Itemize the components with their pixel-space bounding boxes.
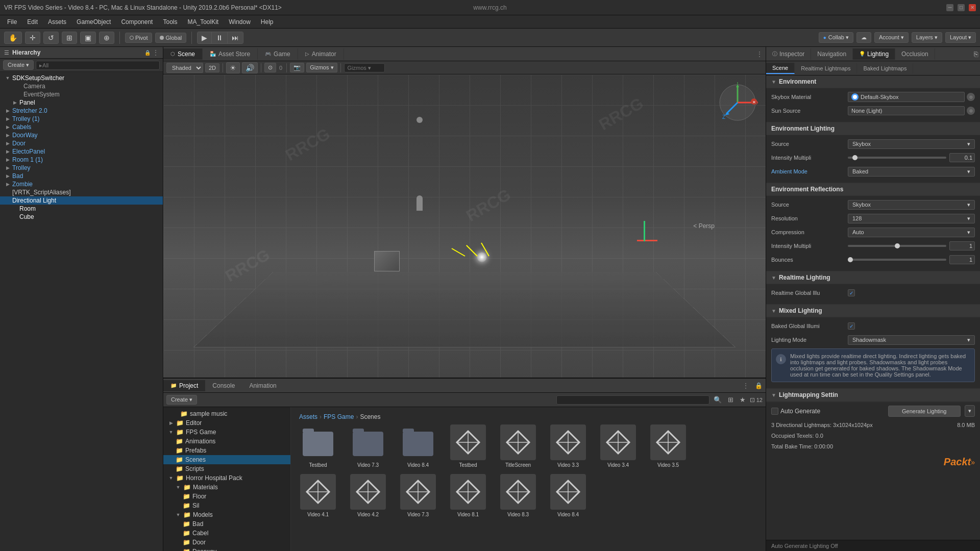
hierarchy-search-input[interactable] (36, 61, 160, 70)
project-tree-item-animations[interactable]: 📁 Animations (163, 437, 290, 446)
env-lighting-section-header[interactable]: Environment Lighting (766, 122, 980, 135)
tab-inspector[interactable]: ⓘ Inspector (766, 48, 811, 60)
refl-bounces-input[interactable] (949, 255, 975, 264)
tree-item-zombie[interactable]: ▶ Zombie (0, 180, 163, 188)
menu-window[interactable]: Window (224, 17, 256, 27)
sun-source-ref[interactable]: None (Light) (848, 106, 965, 115)
skybox-material-ref[interactable]: Default-Skybox (848, 92, 965, 102)
menu-help[interactable]: Help (256, 17, 279, 27)
account-button[interactable]: Account ▾ (874, 32, 909, 43)
refl-intensity-input[interactable] (949, 241, 975, 251)
audio-toggle[interactable]: 🔊 (242, 62, 258, 73)
minimize-button[interactable]: ─ (946, 4, 953, 11)
refl-source-dropdown[interactable]: Skybox ▾ (848, 200, 975, 210)
tree-item-cabels[interactable]: ▶ Cabels (0, 123, 163, 131)
close-button[interactable]: ✕ (969, 4, 976, 11)
tab-animator[interactable]: ▷ Animator (298, 48, 344, 60)
project-tree-item-horror[interactable]: ▼ 📁 Horror Hospital Pack (163, 473, 290, 483)
camera-toggle[interactable]: 📷 (290, 63, 304, 72)
project-tree-item-doorway[interactable]: 📁 Doorway (163, 547, 290, 551)
tree-item-cube[interactable]: Cube (0, 213, 163, 221)
menu-edit[interactable]: Edit (22, 17, 43, 27)
sun-source-select-button[interactable]: ⊙ (967, 107, 975, 115)
project-search-input[interactable] (556, 395, 709, 405)
project-tree-item-materials[interactable]: ▼ 📁 Materials (163, 483, 290, 492)
project-lock-icon[interactable]: 🔒 (752, 382, 766, 389)
project-tree-item-music[interactable]: 📁 sample music (163, 409, 290, 418)
project-tree-item-prefabs[interactable]: 📁 Prefabs (163, 446, 290, 455)
lighting-mode-dropdown[interactable]: Shadowmask ▾ (848, 335, 975, 345)
breadcrumb-fpsgame[interactable]: FPS Game (324, 413, 354, 420)
rotate-tool[interactable]: ↺ (43, 32, 59, 44)
environment-section-header[interactable]: ▼ Environment (766, 76, 980, 88)
asset-video41-scene[interactable]: Video 4.1 (295, 472, 341, 519)
realtime-gi-checkbox[interactable] (848, 289, 855, 296)
scene-search[interactable] (344, 63, 385, 72)
menu-assets[interactable]: Assets (43, 17, 71, 27)
asset-video42-scene[interactable]: Video 4.2 (345, 472, 391, 519)
cloud-button[interactable]: ☁ (856, 32, 871, 43)
asset-video73-folder[interactable]: Video 7.3 (345, 422, 391, 470)
project-tree-item-bad[interactable]: 📁 Bad (163, 519, 290, 529)
intensity-slider[interactable] (848, 157, 946, 159)
hand-tool[interactable]: ✋ (4, 32, 22, 44)
project-sort-button[interactable]: ★ (738, 395, 748, 405)
layers-button[interactable]: Layers ▾ (912, 32, 942, 43)
scene-view[interactable]: Y X Z ✕ < Persp RRCG RRCG (163, 74, 766, 378)
project-tree-item-door[interactable]: 📁 Door (163, 538, 290, 547)
env-source-dropdown[interactable]: Skybox ▾ (848, 139, 975, 149)
tab-project[interactable]: 📁 Project (163, 380, 205, 391)
asset-video35-scene[interactable]: Video 3.5 (645, 422, 691, 470)
tree-item-electopanel[interactable]: ▶ ElectoPanel (0, 147, 163, 156)
layout-button[interactable]: Layout ▾ (945, 32, 976, 43)
lighting-tab-baked[interactable]: Baked Lightmaps (857, 63, 913, 73)
effects-toggle[interactable]: ⊙ (264, 63, 276, 72)
breadcrumb-assets[interactable]: Assets (299, 413, 317, 420)
global-button[interactable]: Global (155, 33, 186, 43)
asset-video83-scene[interactable]: Video 8.3 (495, 472, 541, 519)
project-tree-item-sil[interactable]: 📁 Sil (163, 501, 290, 510)
lighting-tab-realtime[interactable]: Realtime Lightmaps (795, 63, 857, 73)
tree-item-doorway[interactable]: ▶ DoorWay (0, 131, 163, 139)
scene-panel-options[interactable]: ⋮ (753, 51, 766, 58)
refl-resolution-dropdown[interactable]: 128 ▾ (848, 214, 975, 223)
tree-item-eventsystem[interactable]: EventSystem (0, 90, 163, 98)
project-tree-item-scenes[interactable]: 📁 Scenes (163, 455, 290, 464)
asset-video34-scene[interactable]: Video 3.4 (595, 422, 641, 470)
asset-video81-scene[interactable]: Video 8.1 (445, 472, 491, 519)
tree-item-directional-light[interactable]: Directional Light (0, 196, 163, 205)
shading-mode-select[interactable]: Shaded (166, 63, 203, 73)
maximize-button[interactable]: □ (958, 4, 965, 11)
asset-video84-folder[interactable]: Video 8.4 (395, 422, 441, 470)
menu-gameobject[interactable]: GameObject (71, 17, 116, 27)
hierarchy-create-button[interactable]: Create ▾ (3, 60, 34, 70)
menu-component[interactable]: Component (116, 17, 158, 27)
play-button[interactable]: ▶ (198, 32, 212, 43)
realtime-lighting-header[interactable]: ▼ Realtime Lighting (766, 271, 980, 284)
project-tree-item-editor[interactable]: ▶ 📁 Editor (163, 418, 290, 428)
project-tree-item-floor[interactable]: 📁 Floor (163, 492, 290, 501)
asset-testbed-folder[interactable]: Testbed (295, 422, 341, 470)
project-tree-item-scripts[interactable]: 📁 Scripts (163, 464, 290, 473)
project-filter-button[interactable]: ⊞ (726, 395, 736, 405)
collab-button[interactable]: ● Collab ▾ (819, 32, 853, 43)
tree-item-door[interactable]: ▶ Door (0, 139, 163, 147)
tree-item-trolley2[interactable]: ▶ Trolley (0, 164, 163, 172)
gizmos-button[interactable]: Gizmos ▾ (306, 63, 337, 72)
env-reflections-header[interactable]: Environment Reflections (766, 183, 980, 196)
project-tree-item-models[interactable]: ▼ 📁 Models (163, 510, 290, 519)
tab-occlusion[interactable]: Occlusion (895, 48, 935, 60)
project-search-button[interactable]: 🔍 (712, 395, 724, 405)
tab-scene[interactable]: ⬡ Scene (163, 48, 203, 60)
tree-item-vrtk[interactable]: [VRTK_ScriptAliases] (0, 188, 163, 196)
window-controls[interactable]: ─ □ ✕ (946, 4, 976, 11)
tree-item-stretcher[interactable]: ▶ Stretcher 2.0 (0, 107, 163, 115)
project-assets-area[interactable]: Assets › FPS Game › Scenes (291, 407, 766, 551)
project-tree-item-fpsgame[interactable]: ▼ 📁 FPS Game (163, 428, 290, 437)
lighting-toggle[interactable]: ☀ (226, 62, 240, 73)
baked-gi-checkbox[interactable] (848, 322, 855, 330)
generate-lighting-button[interactable]: Generate Lighting (888, 406, 961, 417)
tree-item-room[interactable]: Room (0, 205, 163, 213)
project-panel-options[interactable]: ⋮ (740, 382, 752, 389)
tab-asset-store[interactable]: 🏪 Asset Store (203, 48, 258, 60)
